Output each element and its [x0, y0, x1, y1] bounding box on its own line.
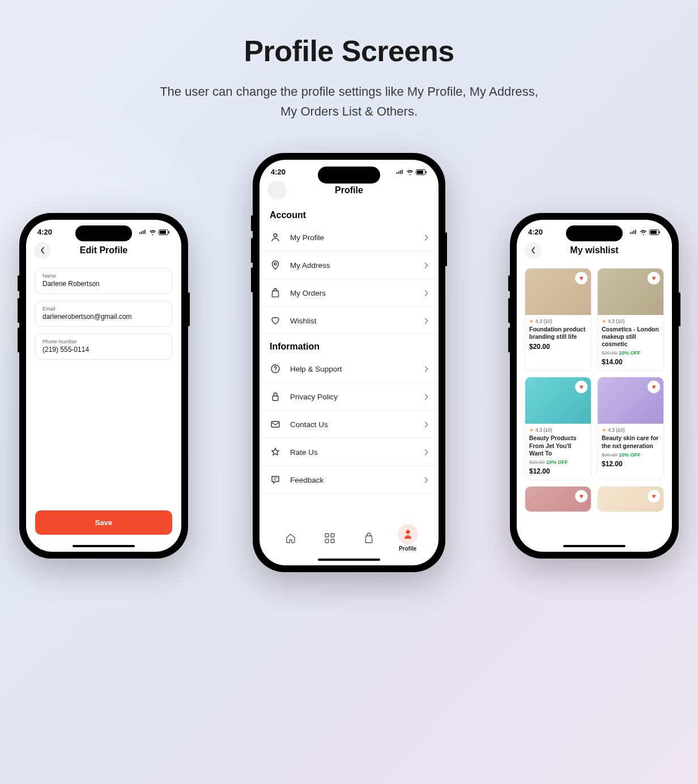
nav-cart[interactable] [359, 528, 379, 548]
product-card[interactable]: ♥ ★4.3 (10) Cosmetics - London makeup st… [597, 268, 664, 371]
menu-row-contact-us[interactable]: Contact Us [259, 411, 439, 438]
section-heading: Information [259, 335, 439, 355]
bag-icon [364, 532, 374, 544]
page-title: Profile Screens [0, 34, 698, 68]
chevron-right-icon [424, 477, 428, 483]
svg-point-15 [406, 530, 410, 534]
rating: ★4.3 (10) [529, 318, 587, 324]
svg-rect-12 [331, 534, 334, 537]
nav-categories[interactable] [320, 528, 340, 548]
status-time: 4:20 [528, 228, 543, 236]
section-heading: Account [259, 203, 439, 224]
chevron-right-icon [424, 421, 428, 428]
screen-title: Edit Profile [80, 245, 127, 255]
mail-icon [270, 419, 281, 430]
bag-icon [270, 287, 281, 299]
back-button[interactable] [34, 242, 51, 259]
help-icon [270, 363, 281, 374]
wishlist-heart-icon[interactable]: ♥ [575, 272, 588, 284]
menu-row-my-profile[interactable]: My Profile [259, 224, 439, 252]
wishlist-heart-icon[interactable]: ♥ [648, 272, 660, 284]
field-value: (219) 555-0114 [42, 346, 165, 353]
svg-rect-9 [273, 396, 278, 400]
screen-title: My wishlist [570, 245, 618, 255]
email-field[interactable]: Email darlenerobertson@gmail.com [35, 301, 172, 327]
svg-rect-17 [650, 231, 657, 234]
star-icon [270, 446, 281, 458]
old-price: $20.00 [602, 452, 618, 458]
price: $20.00 [529, 343, 587, 351]
wishlist-heart-icon[interactable]: ♥ [648, 490, 660, 502]
name-field[interactable]: Name Darlene Robertson [35, 268, 172, 294]
lock-icon [270, 391, 281, 402]
product-card[interactable]: ♥ ★4.3 (10) Foundation product branding … [525, 268, 591, 371]
row-label: Contact Us [290, 420, 424, 429]
phone-edit-profile: 4:20 Edit Profile Name Darlene Robertson [19, 213, 188, 559]
field-label: Email [42, 306, 165, 312]
save-button[interactable]: Save [35, 510, 172, 535]
menu-row-privacy-policy[interactable]: Privacy Policy [259, 383, 439, 411]
feedback-icon [270, 474, 281, 485]
discount: 10% OFF [546, 459, 568, 465]
svg-rect-14 [331, 539, 334, 543]
user-icon [403, 529, 412, 539]
nav-profile[interactable]: Profile [398, 524, 418, 552]
old-price: $20.00 [529, 459, 545, 465]
price: $14.00 [602, 358, 659, 366]
menu-row-feedback[interactable]: Feedback [259, 466, 439, 494]
menu-row-my-orders[interactable]: My Orders [259, 279, 439, 307]
rating: ★4.3 (10) [529, 427, 587, 433]
chevron-right-icon [424, 394, 428, 400]
discount: 10% OFF [619, 350, 641, 356]
row-label: My Profile [290, 233, 424, 242]
product-title: Beauty skin care for the nxt generation [602, 434, 659, 449]
user-icon [270, 232, 281, 243]
row-label: My Orders [290, 289, 424, 297]
row-label: Wishlist [290, 317, 424, 325]
product-title: Beauty Products From Jet You'll Want To [529, 434, 587, 457]
field-value: Darlene Robertson [42, 280, 165, 288]
chevron-left-icon [40, 247, 45, 254]
status-time: 4:20 [271, 168, 286, 176]
status-icons [396, 169, 427, 175]
menu-row-wishlist[interactable]: Wishlist [259, 307, 439, 335]
row-label: Rate Us [290, 448, 424, 457]
chevron-right-icon [424, 235, 428, 241]
menu-row-help-support[interactable]: Help & Support [259, 355, 439, 383]
svg-rect-4 [417, 171, 423, 174]
nav-label: Profile [399, 546, 416, 552]
svg-rect-10 [271, 421, 279, 427]
svg-rect-13 [325, 539, 329, 543]
product-card[interactable]: ♥ [525, 486, 591, 512]
product-title: Cosmetics - London makeup still cosmetic [602, 326, 659, 348]
nav-home[interactable] [280, 528, 301, 548]
phone-field[interactable]: Phone Number (219) 555-0114 [35, 334, 172, 360]
row-label: Feedback [290, 476, 424, 484]
wishlist-heart-icon[interactable]: ♥ [575, 490, 588, 502]
status-icons [139, 229, 170, 235]
field-label: Name [42, 273, 165, 279]
price: $12.00 [602, 460, 659, 468]
discount: 10% OFF [619, 452, 641, 458]
menu-row-my-address[interactable]: My Address [259, 252, 439, 279]
chevron-right-icon [424, 449, 428, 455]
svg-point-6 [274, 234, 277, 237]
rating: ★4.3 (10) [602, 427, 659, 433]
chevron-right-icon [424, 366, 428, 372]
row-label: My Address [290, 261, 424, 270]
back-button[interactable] [525, 242, 542, 259]
phone-wishlist: 4:20 My wishlist ♥ ★4.3 (10) Foundation … [510, 213, 679, 559]
product-card[interactable]: ♥ ★4.3 (10) Beauty skin care for the nxt… [597, 377, 664, 480]
field-value: darlenerobertson@gmail.com [42, 313, 165, 321]
product-card[interactable]: ♥ [597, 486, 664, 512]
price: $12.00 [529, 467, 587, 475]
field-label: Phone Number [42, 339, 165, 344]
row-label: Privacy Policy [290, 393, 424, 401]
svg-rect-11 [325, 534, 329, 537]
product-card[interactable]: ♥ ★4.3 (10) Beauty Products From Jet You… [525, 377, 591, 480]
chevron-right-icon [424, 262, 428, 269]
menu-row-rate-us[interactable]: Rate Us [259, 438, 439, 466]
svg-point-7 [274, 263, 276, 265]
home-icon [285, 532, 296, 544]
avatar[interactable] [267, 181, 287, 200]
